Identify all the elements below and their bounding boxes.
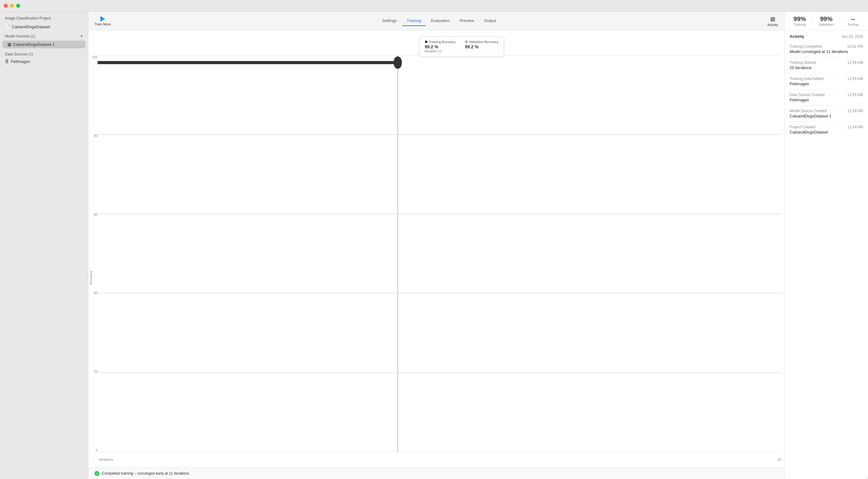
activity-entry-5-time: 11:54 AM	[847, 125, 863, 129]
train-more-label: Train More	[94, 22, 111, 26]
stat-separator-2	[839, 17, 840, 25]
activity-entry-2-time: 11:55 AM	[847, 77, 863, 81]
tab-preview[interactable]: Preview	[455, 16, 479, 26]
sidebar-model-label: CatsandDogsDataset 1	[13, 42, 55, 47]
toolbar: Train More Settings Training Evaluation …	[88, 12, 784, 30]
nav-tabs: Settings Training Evaluation Preview Out…	[120, 16, 758, 26]
tab-training[interactable]: Training	[402, 16, 426, 26]
training-accuracy-label: Training Accuracy	[429, 40, 456, 44]
sidebar: Image Classification Project 📄 CatsandDo…	[0, 12, 88, 479]
y-label-20: 20	[94, 370, 98, 373]
stat-testing: -- Testing	[843, 16, 863, 26]
play-icon	[100, 16, 105, 22]
activity-entry-2-desc: PetImages	[789, 82, 863, 86]
minimize-button[interactable]	[10, 4, 14, 8]
y-label-100: 100	[92, 55, 98, 59]
model-icon: ▦	[7, 42, 11, 47]
activity-entry-4-time: 11:54 AM	[847, 109, 863, 113]
chart-tooltip: Training Accuracy 99.2 % Iteration 11 Va…	[420, 36, 504, 56]
activity-entry-4-title: Model Source Created	[789, 109, 827, 113]
y-label-60: 60	[94, 213, 98, 216]
activity-entry-0-desc: Model converged at 11 iterations	[789, 49, 863, 54]
sidebar-model-item[interactable]: ▦ CatsandDogsDataset 1	[2, 40, 86, 48]
training-dot	[425, 40, 427, 43]
stat-training-label: Training	[794, 23, 806, 26]
maximize-button[interactable]	[16, 4, 20, 8]
status-icon	[94, 471, 99, 476]
add-model-source-button[interactable]: +	[80, 34, 83, 39]
status-bar: Completed training – converged early at …	[88, 468, 784, 479]
sidebar-dataset-file[interactable]: 📄 CatsandDogsDataset	[0, 23, 88, 31]
model-sources-label: Model Sources (1)	[5, 34, 35, 38]
chart-svg-wrapper	[98, 55, 781, 452]
app-window: Image Classification Project 📄 CatsandDo…	[0, 0, 868, 479]
stat-training: 99% Training	[789, 16, 810, 26]
y-label-80: 80	[94, 134, 98, 138]
activity-entry-3: Data Source Created 11:55 AM PetImages	[789, 90, 863, 106]
activity-entry-3-desc: PetImages	[789, 98, 863, 102]
stat-validation-label: Validation	[819, 23, 834, 26]
stat-testing-label: Testing	[847, 23, 859, 26]
content-area: Train More Settings Training Evaluation …	[88, 12, 784, 479]
activity-entry-4-desc: CatsandDogsDataset 1	[789, 114, 863, 118]
activity-entry-3-title: Data Source Created	[789, 93, 825, 97]
activity-entry-1-time: 11:56 AM	[847, 60, 863, 65]
stat-validation: 99% Validation	[816, 16, 836, 26]
validation-accuracy-label: Validation Accuracy	[469, 40, 498, 44]
activity-button[interactable]: ▦ Activity	[767, 16, 778, 27]
tooltip-validation: Validation Accuracy 99.2 %	[465, 40, 498, 53]
activity-entry-0-time: 12:02 PM	[847, 44, 863, 49]
tooltip-iteration: Iteration 11	[425, 49, 442, 53]
right-panel-stats: 99% Training 99% Validation -- Testing	[785, 12, 868, 30]
y-label-40: 40	[94, 291, 98, 295]
activity-label: Activity	[767, 23, 778, 27]
sidebar-data-item[interactable]: 🗄 PetImages	[0, 58, 88, 65]
activity-entry-0-title: Training Completed	[789, 44, 822, 49]
x-label-25: 25	[778, 458, 781, 461]
titlebar	[0, 0, 868, 12]
y-axis-title: Accuracy	[89, 271, 93, 285]
chart-container: Training Accuracy 99.2 % Iteration 11 Va…	[88, 30, 784, 468]
activity-entry-5: Project Created 11:54 AM CatsandDogsData…	[789, 122, 863, 138]
data-sources-label: Data Sources (1)	[5, 52, 33, 56]
chart-svg	[98, 55, 781, 452]
stat-separator-1	[813, 17, 813, 25]
x-label-iterations: Iterations	[99, 458, 113, 461]
tab-evaluation[interactable]: Evaluation	[426, 16, 455, 26]
validation-accuracy-value: 99.2 %	[465, 44, 478, 49]
model-sources-header: Model Sources (1) +	[0, 31, 88, 40]
activity-entry-0: Training Completed 12:02 PM Model conver…	[789, 41, 863, 57]
activity-entry-5-desc: CatsandDogsDataset	[789, 130, 863, 134]
stat-testing-value: --	[851, 16, 855, 23]
activity-list-date: Jun 18, 2024	[842, 34, 863, 39]
status-message: Completed training – converged early at …	[102, 471, 189, 476]
activity-entry-1-desc: 25 iterations	[789, 65, 863, 70]
sidebar-dataset-label: CatsandDogsDataset	[12, 25, 50, 29]
chart-data-point	[394, 56, 402, 69]
project-title: Image Classification Project	[0, 15, 88, 23]
stat-training-value: 99%	[793, 16, 806, 23]
tooltip-training-legend: Training Accuracy	[425, 40, 456, 44]
data-sources-header: Data Sources (1)	[0, 49, 88, 58]
right-panel: 99% Training 99% Validation -- Testing A…	[784, 12, 868, 479]
activity-entry-3-time: 11:55 AM	[847, 93, 863, 97]
activity-entry-2-title: Training Data Added	[789, 77, 824, 81]
tab-settings[interactable]: Settings	[377, 16, 402, 26]
validation-dot	[465, 40, 467, 43]
close-button[interactable]	[4, 4, 8, 8]
file-icon: 📄	[5, 25, 10, 29]
activity-list-title: Activity	[789, 34, 804, 39]
activity-entry-1-title: Training Started	[789, 60, 816, 65]
train-more-button[interactable]: Train More	[94, 16, 111, 26]
activity-entry-4: Model Source Created 11:54 AM CatsandDog…	[789, 106, 863, 122]
activity-entry-5-title: Project Created	[789, 125, 815, 129]
data-icon: 🗄	[5, 59, 9, 64]
activity-entry-2: Training Data Added 11:55 AM PetImages	[789, 73, 863, 90]
tooltip-training: Training Accuracy 99.2 % Iteration 11	[425, 40, 456, 53]
activity-entry-1: Training Started 11:56 AM 25 iterations	[789, 57, 863, 73]
tab-output[interactable]: Output	[479, 16, 501, 26]
activity-list-header: Activity Jun 18, 2024	[789, 30, 863, 41]
activity-icon: ▦	[770, 16, 775, 22]
training-accuracy-value: 99.2 %	[425, 44, 438, 49]
x-axis-labels: Iterations 25	[99, 458, 781, 461]
